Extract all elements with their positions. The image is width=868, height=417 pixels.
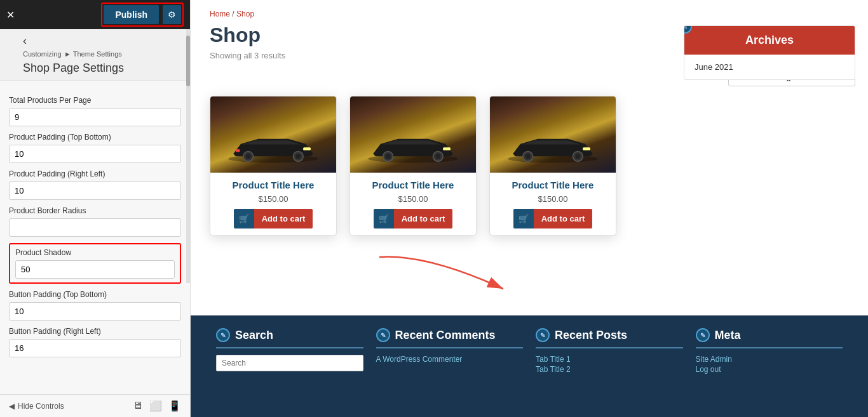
cart-btn-container-1: 🛒 Add to cart [210,209,336,228]
footer-comments-col: ✎ Recent Comments A WordPress Commenter [370,328,530,404]
product-card-2: Product Title Here $150.00 🛒 Add to cart [349,96,477,235]
panel-footer: ◀ Hide Controls 🖥 ⬜ 📱 [0,394,190,417]
add-to-cart-1[interactable]: Add to cart [254,209,313,228]
breadcrumb-shop-link[interactable]: Shop [236,10,254,18]
footer-comments-title: ✎ Recent Comments [376,328,524,342]
cart-btn-container-3: 🛒 Add to cart [490,209,616,228]
svg-rect-12 [443,147,451,150]
svg-point-15 [526,154,531,159]
add-to-cart-3[interactable]: Add to cart [534,209,593,228]
cart-btn-container-2: 🛒 Add to cart [350,209,476,228]
svg-point-2 [246,154,251,159]
cart-icon-1: 🛒 [234,209,254,228]
mobile-icon[interactable]: 📱 [168,400,181,412]
input-product-shadow[interactable] [15,260,175,279]
top-bar: ✕ Publish ⚙ [0,0,190,29]
shop-breadcrumb: Home / Shop [210,10,849,18]
product-price-2: $150.00 [350,194,476,204]
footer-search-input[interactable] [216,355,363,371]
svg-point-17 [575,154,580,159]
footer-area: ✎ Search ✎ Recent Comments A WordPress C… [191,315,868,417]
hide-controls-label: Hide Controls [18,402,64,411]
desktop-icon[interactable]: 🖥 [133,400,143,412]
svg-rect-6 [236,149,240,152]
tablet-icon[interactable]: ⬜ [149,400,162,412]
input-padding-top-bottom[interactable] [9,145,181,163]
panel-title: Shop Page Settings [23,62,184,75]
label-border-radius: Product Border Radius [9,206,181,215]
breadcrumb-home-link[interactable]: Home [210,10,230,18]
input-btn-padding-top-bottom[interactable] [9,302,181,321]
footer-comments-edit-icon[interactable]: ✎ [376,328,390,342]
input-btn-padding-right-left[interactable] [9,339,181,357]
hide-icon: ◀ [9,402,15,411]
product-title-2: Product Title Here [355,179,471,192]
footer-meta-edit-icon[interactable]: ✎ [696,328,710,342]
label-product-shadow: Product Shadow [15,248,175,257]
panel-fields: Total Products Per Page Product Padding … [0,81,190,394]
product-card-3: Product Title Here $150.00 🛒 Add to cart [489,96,616,235]
footer-meta-divider [696,347,843,348]
breadcrumb-area: ‹ Customizing ► Theme Settings Shop Page… [0,29,190,81]
label-btn-padding-right-left: Button Padding (Right Left) [9,327,181,336]
product-title-3: Product Title Here [495,179,611,192]
cart-icon-2: 🛒 [374,209,394,228]
cart-icon-3: 🛒 [513,209,534,228]
footer-posts-col: ✎ Recent Posts Tab Title 1 Tab Title 2 [529,328,689,404]
footer-meta-title: ✎ Meta [696,328,843,342]
product-image-3 [490,96,616,173]
label-btn-padding-top-bottom: Button Padding (Top Bottom) [9,290,181,299]
products-grid: Product Title Here $150.00 🛒 Add to cart [191,96,868,235]
archives-title: Archives [684,26,855,55]
hide-controls-button[interactable]: ◀ Hide Controls [9,402,64,411]
input-padding-right-left[interactable] [9,182,181,200]
label-total-products: Total Products Per Page [9,96,181,105]
archives-widget: ✎ Archives June 2021 [684,25,855,80]
product-price-1: $150.00 [210,194,336,204]
footer-search-col: ✎ Search [210,328,370,404]
footer-post-item-2[interactable]: Tab Title 2 [536,365,683,374]
svg-rect-5 [303,147,311,150]
input-border-radius[interactable] [9,218,181,237]
svg-point-11 [435,154,440,159]
car-svg-3 [496,131,609,166]
car-svg-1 [217,131,330,166]
left-customizer-panel: ✕ Publish ⚙ ‹ Customizing ► Theme Settin… [0,0,191,417]
footer-posts-divider [536,347,683,348]
arrow-annotation [376,251,522,304]
device-icons: 🖥 ⬜ 📱 [133,400,181,412]
product-image-2 [350,96,476,173]
product-image-1 [210,96,336,173]
archives-month: June 2021 [695,62,844,72]
footer-search-divider [216,347,363,348]
breadcrumb-sep: ► [64,50,73,58]
footer-meta-item-2[interactable]: Log out [696,365,843,374]
footer-comments-divider [376,347,524,348]
breadcrumb-parent: Customizing [23,50,62,58]
footer-search-edit-icon[interactable]: ✎ [216,328,230,342]
gear-button[interactable]: ⚙ [163,5,181,24]
publish-button[interactable]: Publish [104,5,159,24]
back-arrow[interactable]: ‹ [23,34,184,48]
product-card-1: Product Title Here $150.00 🛒 Add to cart [210,96,337,235]
footer-post-item-1[interactable]: Tab Title 1 [536,355,683,364]
product-shadow-section: Product Shadow [9,243,181,284]
footer-meta-col: ✎ Meta Site Admin Log out [689,328,850,404]
main-preview-area: Home / Shop Shop Showing all 3 results D… [191,0,868,417]
label-padding-right-left: Product Padding (Right Left) [9,169,181,178]
footer-posts-edit-icon[interactable]: ✎ [536,328,550,342]
footer-commenter[interactable]: A WordPress Commenter [376,355,524,364]
label-padding-top-bottom: Product Padding (Top Bottom) [9,133,181,142]
scrollbar[interactable] [186,29,190,283]
footer-posts-title: ✎ Recent Posts [536,328,683,342]
archives-content: June 2021 [684,55,855,79]
add-to-cart-2[interactable]: Add to cart [394,209,453,228]
breadcrumb-child: Theme Settings [73,50,122,58]
close-button[interactable]: ✕ [6,9,15,21]
footer-meta-item-1[interactable]: Site Admin [696,355,843,364]
svg-rect-18 [583,147,590,150]
publish-area: Publish ⚙ [101,3,184,27]
product-title-1: Product Title Here [215,179,331,192]
car-svg-2 [356,131,470,166]
input-total-products[interactable] [9,108,181,126]
